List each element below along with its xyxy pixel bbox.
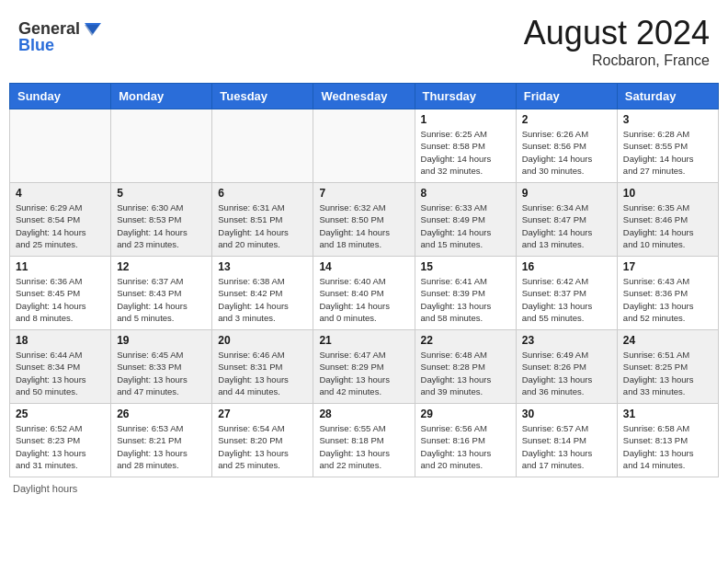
header-saturday: Saturday bbox=[617, 84, 718, 109]
day-number: 4 bbox=[16, 187, 105, 200]
header-thursday: Thursday bbox=[415, 84, 516, 109]
day-number: 18 bbox=[16, 334, 105, 347]
day-info: Sunrise: 6:42 AMSunset: 8:37 PMDaylight:… bbox=[522, 275, 611, 324]
day-info: Sunrise: 6:43 AMSunset: 8:36 PMDaylight:… bbox=[623, 275, 712, 324]
day-number: 26 bbox=[117, 408, 206, 420]
calendar-cell-w2-d5: 8Sunrise: 6:33 AMSunset: 8:49 PMDaylight… bbox=[415, 183, 516, 257]
day-info: Sunrise: 6:55 AMSunset: 8:18 PMDaylight:… bbox=[319, 422, 408, 471]
calendar-cell-w4-d4: 21Sunrise: 6:47 AMSunset: 8:29 PMDayligh… bbox=[313, 330, 415, 404]
calendar-cell-w2-d3: 6Sunrise: 6:31 AMSunset: 8:51 PMDaylight… bbox=[212, 183, 313, 257]
calendar-cell-w1-d7: 3Sunrise: 6:28 AMSunset: 8:55 PMDaylight… bbox=[617, 109, 718, 183]
day-number: 16 bbox=[522, 260, 611, 273]
month-year: August 2024 bbox=[524, 14, 710, 52]
calendar-cell-w1-d4 bbox=[313, 109, 415, 183]
day-info: Sunrise: 6:37 AMSunset: 8:43 PMDaylight:… bbox=[117, 275, 206, 324]
day-info: Sunrise: 6:25 AMSunset: 8:58 PMDaylight:… bbox=[421, 128, 510, 177]
day-number: 27 bbox=[218, 408, 307, 420]
day-number: 19 bbox=[117, 334, 206, 347]
day-number: 2 bbox=[522, 113, 611, 126]
day-number: 13 bbox=[218, 260, 307, 273]
calendar-header-row: Sunday Monday Tuesday Wednesday Thursday… bbox=[10, 84, 719, 109]
day-info: Sunrise: 6:45 AMSunset: 8:33 PMDaylight:… bbox=[117, 349, 206, 397]
day-info: Sunrise: 6:56 AMSunset: 8:16 PMDaylight:… bbox=[421, 422, 510, 471]
calendar-table: Sunday Monday Tuesday Wednesday Thursday… bbox=[9, 83, 719, 477]
day-info: Sunrise: 6:47 AMSunset: 8:29 PMDaylight:… bbox=[319, 349, 408, 397]
day-info: Sunrise: 6:35 AMSunset: 8:46 PMDaylight:… bbox=[623, 201, 712, 250]
calendar-cell-w3-d7: 17Sunrise: 6:43 AMSunset: 8:36 PMDayligh… bbox=[617, 257, 718, 330]
day-info: Sunrise: 6:49 AMSunset: 8:26 PMDaylight:… bbox=[522, 349, 611, 397]
day-info: Sunrise: 6:30 AMSunset: 8:53 PMDaylight:… bbox=[117, 201, 206, 250]
calendar-cell-w3-d6: 16Sunrise: 6:42 AMSunset: 8:37 PMDayligh… bbox=[516, 257, 617, 330]
day-info: Sunrise: 6:32 AMSunset: 8:50 PMDaylight:… bbox=[319, 201, 408, 250]
calendar-cell-w2-d2: 5Sunrise: 6:30 AMSunset: 8:53 PMDaylight… bbox=[111, 183, 212, 257]
calendar-cell-w3-d5: 15Sunrise: 6:41 AMSunset: 8:39 PMDayligh… bbox=[415, 257, 516, 330]
calendar-cell-w2-d1: 4Sunrise: 6:29 AMSunset: 8:54 PMDaylight… bbox=[10, 183, 111, 257]
day-info: Sunrise: 6:58 AMSunset: 8:13 PMDaylight:… bbox=[623, 422, 712, 471]
calendar-cell-w1-d5: 1Sunrise: 6:25 AMSunset: 8:58 PMDaylight… bbox=[415, 109, 516, 183]
calendar-week-3: 11Sunrise: 6:36 AMSunset: 8:45 PMDayligh… bbox=[10, 257, 719, 330]
calendar-cell-w5-d4: 28Sunrise: 6:55 AMSunset: 8:18 PMDayligh… bbox=[313, 404, 415, 477]
day-number: 6 bbox=[218, 187, 307, 200]
title-section: August 2024 Rocbaron, France bbox=[524, 14, 710, 69]
day-number: 12 bbox=[117, 260, 206, 273]
calendar-cell-w5-d3: 27Sunrise: 6:54 AMSunset: 8:20 PMDayligh… bbox=[212, 404, 313, 477]
day-number: 8 bbox=[421, 187, 510, 200]
calendar-week-5: 25Sunrise: 6:52 AMSunset: 8:23 PMDayligh… bbox=[10, 404, 719, 477]
day-info: Sunrise: 6:40 AMSunset: 8:40 PMDaylight:… bbox=[319, 275, 408, 324]
day-info: Sunrise: 6:31 AMSunset: 8:51 PMDaylight:… bbox=[218, 201, 307, 250]
header-monday: Monday bbox=[111, 84, 212, 109]
calendar-cell-w2-d4: 7Sunrise: 6:32 AMSunset: 8:50 PMDaylight… bbox=[313, 183, 415, 257]
day-info: Sunrise: 6:28 AMSunset: 8:55 PMDaylight:… bbox=[623, 128, 712, 177]
day-info: Sunrise: 6:48 AMSunset: 8:28 PMDaylight:… bbox=[421, 349, 510, 397]
day-number: 30 bbox=[522, 408, 611, 420]
day-info: Sunrise: 6:52 AMSunset: 8:23 PMDaylight:… bbox=[16, 422, 105, 471]
calendar-cell-w1-d3 bbox=[212, 109, 313, 183]
footer-note: Daylight hours bbox=[9, 483, 719, 494]
calendar-cell-w3-d2: 12Sunrise: 6:37 AMSunset: 8:43 PMDayligh… bbox=[111, 257, 212, 330]
calendar-cell-w5-d6: 30Sunrise: 6:57 AMSunset: 8:14 PMDayligh… bbox=[516, 404, 617, 477]
day-number: 25 bbox=[16, 408, 105, 420]
logo-icon: General Blue bbox=[18, 14, 101, 55]
day-info: Sunrise: 6:36 AMSunset: 8:45 PMDaylight:… bbox=[16, 275, 105, 324]
calendar-cell-w1-d6: 2Sunrise: 6:26 AMSunset: 8:56 PMDaylight… bbox=[516, 109, 617, 183]
location: Rocbaron, France bbox=[524, 52, 710, 69]
header-tuesday: Tuesday bbox=[212, 84, 313, 109]
calendar-cell-w3-d3: 13Sunrise: 6:38 AMSunset: 8:42 PMDayligh… bbox=[212, 257, 313, 330]
day-number: 1 bbox=[421, 113, 510, 126]
header-wednesday: Wednesday bbox=[313, 84, 415, 109]
day-info: Sunrise: 6:57 AMSunset: 8:14 PMDaylight:… bbox=[522, 422, 611, 471]
page-header: General Blue August 2024 Rocbaron, Franc… bbox=[9, 9, 719, 74]
calendar-cell-w3-d1: 11Sunrise: 6:36 AMSunset: 8:45 PMDayligh… bbox=[10, 257, 111, 330]
day-number: 22 bbox=[421, 334, 510, 347]
calendar-week-2: 4Sunrise: 6:29 AMSunset: 8:54 PMDaylight… bbox=[10, 183, 719, 257]
day-number: 17 bbox=[623, 260, 712, 273]
calendar-cell-w2-d7: 10Sunrise: 6:35 AMSunset: 8:46 PMDayligh… bbox=[617, 183, 718, 257]
day-number: 14 bbox=[319, 260, 408, 273]
day-number: 7 bbox=[319, 187, 408, 200]
day-number: 10 bbox=[623, 187, 712, 200]
day-number: 11 bbox=[16, 260, 105, 273]
day-info: Sunrise: 6:34 AMSunset: 8:47 PMDaylight:… bbox=[522, 201, 611, 250]
logo-text: General Blue bbox=[18, 14, 101, 59]
svg-text:Blue: Blue bbox=[18, 36, 54, 54]
day-number: 5 bbox=[117, 187, 206, 200]
day-info: Sunrise: 6:26 AMSunset: 8:56 PMDaylight:… bbox=[522, 128, 611, 177]
day-number: 3 bbox=[623, 113, 712, 126]
calendar-cell-w5-d2: 26Sunrise: 6:53 AMSunset: 8:21 PMDayligh… bbox=[111, 404, 212, 477]
calendar-cell-w1-d2 bbox=[111, 109, 212, 183]
day-info: Sunrise: 6:33 AMSunset: 8:49 PMDaylight:… bbox=[421, 201, 510, 250]
day-info: Sunrise: 6:51 AMSunset: 8:25 PMDaylight:… bbox=[623, 349, 712, 397]
calendar-cell-w4-d3: 20Sunrise: 6:46 AMSunset: 8:31 PMDayligh… bbox=[212, 330, 313, 404]
calendar-cell-w4-d6: 23Sunrise: 6:49 AMSunset: 8:26 PMDayligh… bbox=[516, 330, 617, 404]
day-number: 29 bbox=[421, 408, 510, 420]
day-number: 24 bbox=[623, 334, 712, 347]
svg-text:General: General bbox=[18, 19, 80, 38]
header-sunday: Sunday bbox=[10, 84, 111, 109]
logo: General Blue bbox=[18, 14, 101, 59]
day-number: 23 bbox=[522, 334, 611, 347]
day-info: Sunrise: 6:44 AMSunset: 8:34 PMDaylight:… bbox=[16, 349, 105, 397]
header-friday: Friday bbox=[516, 84, 617, 109]
calendar-cell-w5-d5: 29Sunrise: 6:56 AMSunset: 8:16 PMDayligh… bbox=[415, 404, 516, 477]
calendar-cell-w5-d1: 25Sunrise: 6:52 AMSunset: 8:23 PMDayligh… bbox=[10, 404, 111, 477]
day-number: 21 bbox=[319, 334, 408, 347]
